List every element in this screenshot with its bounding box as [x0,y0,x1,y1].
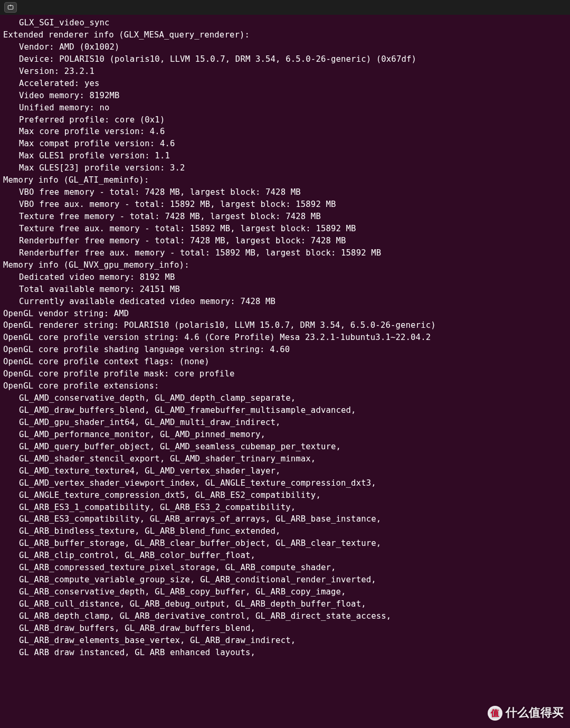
terminal-line: Accelerated: yes [3,78,567,90]
new-tab-icon [7,4,14,11]
terminal-line: Max GLES[23] profile version: 3.2 [3,162,567,174]
terminal-line: Max core profile version: 4.6 [3,126,567,138]
terminal-line: OpenGL core profile version string: 4.6 … [3,332,567,344]
terminal-line: Version: 23.2.1 [3,65,567,78]
watermark-text: 什么值得买 [506,704,564,722]
terminal-line: Currently available dedicated video memo… [3,296,567,308]
terminal-line: GL_ARB_buffer_storage, GL_ARB_clear_buff… [3,537,567,550]
terminal-line: GL_AMD_texture_texture4, GL_AMD_vertex_s… [3,465,567,477]
watermark-badge: 值 [488,706,502,721]
terminal-line: Max compat profile version: 4.6 [3,138,567,150]
terminal-line: GL_AMD_conservative_depth, GL_AMD_depth_… [3,392,567,404]
terminal-line: Memory info (GL_NVX_gpu_memory_info): [3,259,567,271]
terminal-line: Device: POLARIS10 (polaris10, LLVM 15.0.… [3,53,567,65]
terminal-line: Vendor: AMD (0x1002) [3,41,567,53]
terminal-line: OpenGL renderer string: POLARIS10 (polar… [3,319,567,332]
terminal-line: GL_AMD_query_buffer_object, GL_AMD_seaml… [3,441,567,453]
terminal-line: GL_AMD_shader_stencil_export, GL_AMD_sha… [3,453,567,465]
terminal-line: OpenGL vendor string: AMD [3,308,567,320]
terminal-line: GL_AMD_draw_buffers_blend, GL_AMD_frameb… [3,404,567,417]
terminal-line: OpenGL core profile profile mask: core p… [3,368,567,380]
terminal-line: GL_ARB_draw_elements_base_vertex, GL_ARB… [3,635,567,647]
terminal-line: Memory info (GL_ATI_meminfo): [3,174,567,186]
terminal-line: Unified memory: no [3,102,567,114]
terminal-line: GL ARB draw instanced, GL ARB enhanced l… [3,647,567,659]
terminal-line: Total available memory: 24151 MB [3,283,567,296]
terminal-line: GL_ARB_depth_clamp, GL_ARB_derivative_co… [3,610,567,622]
terminal-line: GL_AMD_vertex_shader_viewport_index, GL_… [3,477,567,489]
terminal-line: GL_ARB_ES3_1_compatibility, GL_ARB_ES3_2… [3,502,567,514]
terminal-line: Renderbuffer free aux. memory - total: 1… [3,247,567,259]
terminal-line: OpenGL core profile context flags: (none… [3,356,567,368]
terminal-line: GL_ARB_ES3_compatibility, GL_ARB_arrays_… [3,513,567,525]
terminal-output[interactable]: GLX_SGI_video_syncExtended renderer info… [0,15,570,662]
terminal-line: GL_ARB_clip_control, GL_ARB_color_buffer… [3,550,567,562]
terminal-line: GL_AMD_gpu_shader_int64, GL_AMD_multi_dr… [3,417,567,429]
terminal-line: OpenGL core profile shading language ver… [3,344,567,356]
terminal-line: Extended renderer info (GLX_MESA_query_r… [3,29,567,41]
terminal-line: Preferred profile: core (0x1) [3,114,567,126]
terminal-line: OpenGL core profile extensions: [3,380,567,392]
terminal-line: GL_ARB_compute_variable_group_size, GL_A… [3,574,567,586]
tab-bar [0,0,570,15]
terminal-line: VBO free memory - total: 7428 MB, larges… [3,186,567,198]
terminal-line: GL_ARB_draw_buffers, GL_ARB_draw_buffers… [3,622,567,635]
terminal-line: GL_ARB_compressed_texture_pixel_storage,… [3,562,567,574]
terminal-line: GL_AMD_performance_monitor, GL_AMD_pinne… [3,429,567,441]
terminal-line: Texture free aux. memory - total: 15892 … [3,223,567,235]
terminal-line: GL_ARB_cull_distance, GL_ARB_debug_outpu… [3,598,567,610]
terminal-line: GL_ARB_bindless_texture, GL_ARB_blend_fu… [3,525,567,537]
terminal-line: GL_ARB_conservative_depth, GL_ARB_copy_b… [3,586,567,598]
terminal-line: GL_ANGLE_texture_compression_dxt5, GL_AR… [3,489,567,502]
watermark: 值 什么值得买 [488,704,564,722]
terminal-line: VBO free aux. memory - total: 15892 MB, … [3,198,567,211]
terminal-line: Dedicated video memory: 8192 MB [3,271,567,283]
terminal-line: Max GLES1 profile version: 1.1 [3,150,567,162]
new-tab-button[interactable] [4,2,17,13]
terminal-line: Renderbuffer free memory - total: 7428 M… [3,235,567,247]
terminal-line: Texture free memory - total: 7428 MB, la… [3,211,567,223]
terminal-line: Video memory: 8192MB [3,90,567,102]
terminal-line: GLX_SGI_video_sync [3,17,567,29]
